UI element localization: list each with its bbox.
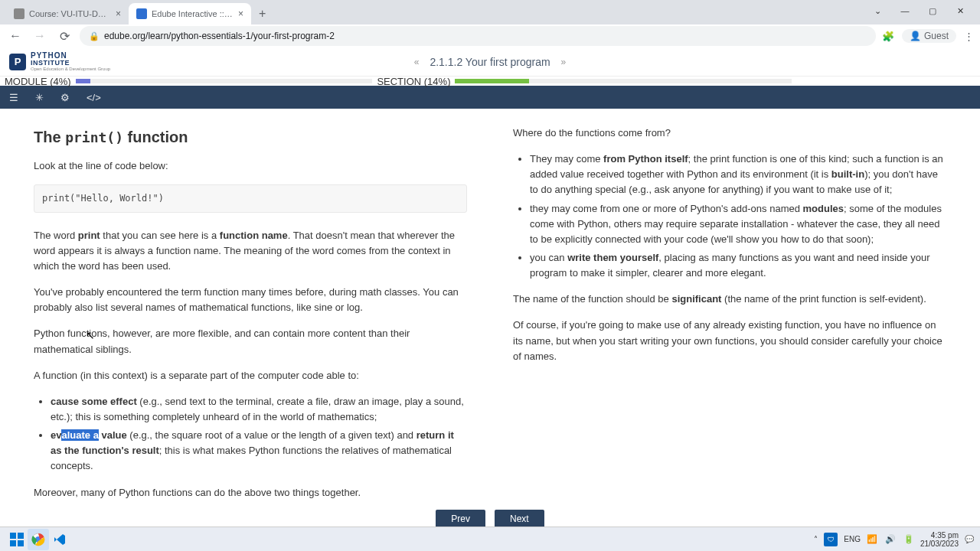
module-progress-track: [76, 79, 373, 83]
svg-rect-2: [10, 540, 16, 546]
profile-chip[interactable]: 👤 Guest: [902, 29, 956, 43]
notifications-icon[interactable]: 💬: [965, 535, 974, 543]
left-column: The print() function Look at the line of…: [34, 126, 467, 520]
chevron-down-icon[interactable]: ⌄: [864, 0, 891, 21]
section-progress-label: SECTION (14%): [372, 76, 455, 87]
gear-icon[interactable]: ⚙: [60, 92, 70, 103]
wifi-icon[interactable]: 📶: [867, 534, 877, 544]
section-progress-track: [455, 79, 792, 83]
next-lesson-icon[interactable]: »: [561, 57, 567, 67]
time-text: 4:35 pm: [931, 531, 959, 540]
list-item: They may come from Python itself; the pr…: [530, 152, 946, 197]
intro-text: Look at the line of code below:: [34, 158, 467, 174]
vscode-taskbar-icon[interactable]: [49, 529, 70, 550]
chrome-taskbar-icon[interactable]: [28, 529, 49, 550]
person-icon: 👤: [910, 31, 921, 41]
tab-favicon: [14, 8, 24, 19]
paragraph: Of course, if you're going to make use o…: [513, 318, 946, 364]
url-text: edube.org/learn/python-essentials-1/your…: [104, 31, 335, 41]
tab-favicon: [136, 8, 147, 19]
code-example: print("Hello, World!"): [34, 184, 467, 213]
address-bar: ← → ⟳ 🔒 edube.org/learn/python-essential…: [0, 24, 980, 47]
list-item: you can write them yourself, placing as …: [530, 250, 946, 281]
list-item: they may come from one or more of Python…: [530, 201, 946, 247]
logo-line3: Open Education & Development Group: [31, 67, 110, 71]
prev-lesson-icon[interactable]: «: [414, 57, 420, 67]
svg-rect-0: [10, 533, 16, 539]
menu-icon[interactable]: ☰: [9, 92, 18, 103]
date-text: 21/03/2023: [920, 540, 959, 548]
profile-label: Guest: [924, 31, 949, 41]
tab-title: Edube Interactive :: 2.1.1.2 Your fi: [152, 9, 234, 18]
volume-icon[interactable]: 🔊: [885, 534, 896, 544]
bug-icon[interactable]: ✳: [35, 92, 44, 103]
lock-icon: 🔒: [89, 31, 100, 41]
chevron-up-icon[interactable]: ˄: [814, 535, 818, 543]
paragraph: The name of the function should be signi…: [513, 292, 946, 307]
code-icon[interactable]: </>: [87, 92, 101, 103]
lesson-nav: « 2.1.1.2 Your first program »: [414, 56, 567, 68]
right-column: Where do the functions come from? They m…: [513, 126, 946, 520]
selected-text: aluate a: [61, 429, 98, 441]
language-indicator[interactable]: ENG: [844, 535, 861, 543]
prev-button[interactable]: Prev: [436, 510, 485, 528]
lesson-content: The print() function Look at the line of…: [0, 109, 980, 537]
paragraph: The word print that you can see here is …: [34, 228, 467, 274]
paragraph: Moreover, many of Python functions can d…: [34, 485, 467, 500]
close-window-button[interactable]: ✕: [946, 0, 974, 21]
next-button[interactable]: Next: [495, 510, 544, 528]
page-header: P PYTHON INSTITUTE Open Education & Deve…: [0, 47, 980, 77]
window-controls: ⌄ — ▢ ✕: [864, 3, 974, 24]
page-title: The print() function: [34, 126, 467, 149]
progress-bars: MODULE (4%) SECTION (14%): [0, 77, 980, 86]
logo-badge: P: [9, 54, 26, 70]
address-bar-actions: 🧩 👤 Guest ⋮: [882, 29, 974, 43]
svg-rect-1: [18, 533, 24, 539]
question-text: Where do the functions come from?: [513, 126, 946, 141]
url-field[interactable]: 🔒 edube.org/learn/python-essentials-1/yo…: [80, 26, 876, 46]
browser-chrome: Course: VU-ITU-DTC-PCAP-2023 × Edube Int…: [0, 0, 980, 47]
minimize-button[interactable]: —: [891, 0, 919, 21]
logo[interactable]: P PYTHON INSTITUTE Open Education & Deve…: [9, 52, 110, 71]
maximize-button[interactable]: ▢: [919, 0, 946, 21]
sources-list: They may come from Python itself; the pr…: [530, 152, 946, 281]
logo-line2: INSTITUTE: [31, 60, 110, 67]
clock[interactable]: 4:35 pm 21/03/2023: [920, 531, 959, 548]
back-button[interactable]: ←: [6, 27, 24, 45]
close-icon[interactable]: ×: [238, 8, 243, 19]
footer-nav: Prev Next: [0, 510, 980, 528]
paragraph: A function (in this context) is a separa…: [34, 368, 467, 383]
paragraph: You've probably encountered the term fun…: [34, 285, 467, 315]
security-icon[interactable]: 🛡: [824, 533, 838, 546]
system-tray: ˄ 🛡 ENG 📶 🔊 🔋 4:35 pm 21/03/2023 💬: [814, 531, 974, 548]
browser-tab-2[interactable]: Edube Interactive :: 2.1.1.2 Your fi ×: [129, 3, 251, 24]
new-tab-button[interactable]: +: [251, 7, 273, 21]
battery-icon[interactable]: 🔋: [903, 534, 914, 544]
module-progress-label: MODULE (4%): [0, 76, 76, 87]
lesson-title: 2.1.1.2 Your first program: [430, 56, 550, 68]
browser-tab-1[interactable]: Course: VU-ITU-DTC-PCAP-2023 ×: [6, 3, 129, 24]
course-toolbar: ☰ ✳ ⚙ </>: [0, 86, 980, 109]
forward-button[interactable]: →: [31, 27, 49, 45]
list-item: cause some effect (e.g., send text to th…: [51, 394, 467, 425]
list-item: evaluate a value (e.g., the square root …: [51, 428, 467, 474]
windows-taskbar: ˄ 🛡 ENG 📶 🔊 🔋 4:35 pm 21/03/2023 💬: [0, 527, 980, 551]
close-icon[interactable]: ×: [116, 8, 121, 19]
tab-title: Course: VU-ITU-DTC-PCAP-2023: [29, 9, 111, 18]
menu-icon[interactable]: ⋮: [964, 31, 974, 42]
paragraph: Python functions, however, are more flex…: [34, 326, 467, 357]
svg-rect-3: [18, 540, 24, 546]
reload-button[interactable]: ⟳: [55, 27, 74, 45]
tab-bar: Course: VU-ITU-DTC-PCAP-2023 × Edube Int…: [0, 0, 980, 24]
extensions-icon[interactable]: 🧩: [882, 31, 894, 42]
capability-list: cause some effect (e.g., send text to th…: [51, 394, 467, 474]
start-button[interactable]: [6, 529, 28, 550]
